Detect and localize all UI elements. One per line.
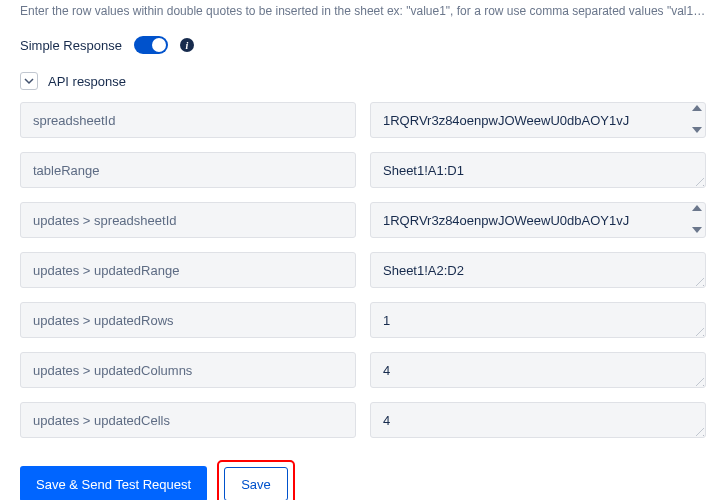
simple-response-row: Simple Response i [20, 36, 706, 72]
save-highlight: Save [217, 460, 295, 500]
response-value-field[interactable]: Sheet1!A1:D1 [370, 152, 706, 188]
response-row: updates > updatedCells4 [20, 402, 706, 438]
response-row: updates > updatedRows1 [20, 302, 706, 338]
response-value-field[interactable]: 1RQRVr3z84oenpwJOWeewU0dbAOY1vJ [370, 102, 706, 138]
response-key-field[interactable]: spreadsheetId [20, 102, 356, 138]
response-value-field[interactable]: 4 [370, 352, 706, 388]
response-rows: spreadsheetId1RQRVr3z84oenpwJOWeewU0dbAO… [20, 102, 706, 438]
response-value-field[interactable]: 4 [370, 402, 706, 438]
response-row: updates > spreadsheetId1RQRVr3z84oenpwJO… [20, 202, 706, 238]
response-key-field[interactable]: tableRange [20, 152, 356, 188]
response-value-field[interactable]: 1 [370, 302, 706, 338]
api-response-header: API response [20, 72, 706, 102]
collapse-button[interactable] [20, 72, 38, 90]
simple-response-toggle[interactable] [134, 36, 168, 54]
response-key-field[interactable]: updates > updatedColumns [20, 352, 356, 388]
simple-response-label: Simple Response [20, 38, 122, 53]
response-key-field[interactable]: updates > updatedRange [20, 252, 356, 288]
section-title: API response [48, 74, 126, 89]
button-row: Save & Send Test Request Save [20, 460, 706, 500]
response-key-field[interactable]: updates > updatedCells [20, 402, 356, 438]
response-value-field[interactable]: Sheet1!A2:D2 [370, 252, 706, 288]
info-icon[interactable]: i [180, 38, 194, 52]
chevron-down-icon [24, 76, 34, 86]
response-row: updates > updatedColumns4 [20, 352, 706, 388]
response-row: updates > updatedRangeSheet1!A2:D2 [20, 252, 706, 288]
response-row: spreadsheetId1RQRVr3z84oenpwJOWeewU0dbAO… [20, 102, 706, 138]
response-value-field[interactable]: 1RQRVr3z84oenpwJOWeewU0dbAOY1vJ [370, 202, 706, 238]
row-values-hint: Enter the row values within double quote… [20, 0, 706, 36]
response-row: tableRangeSheet1!A1:D1 [20, 152, 706, 188]
save-send-test-button[interactable]: Save & Send Test Request [20, 466, 207, 500]
response-key-field[interactable]: updates > updatedRows [20, 302, 356, 338]
response-key-field[interactable]: updates > spreadsheetId [20, 202, 356, 238]
save-button[interactable]: Save [224, 467, 288, 500]
